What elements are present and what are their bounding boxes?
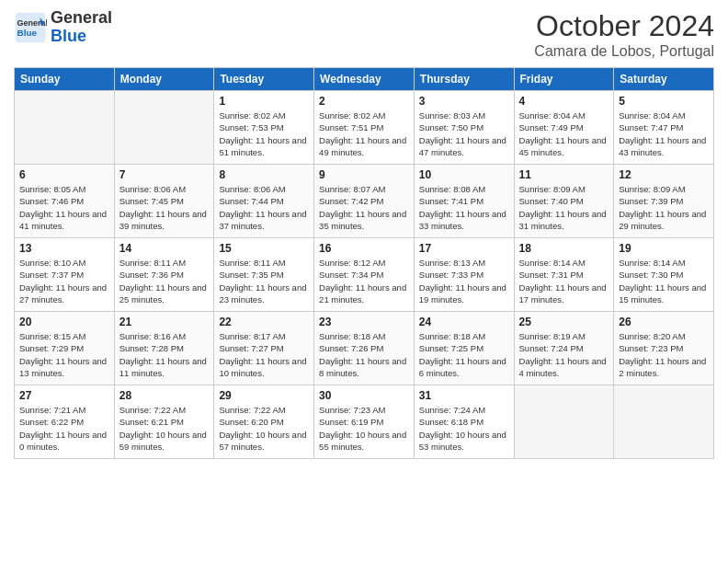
calendar-cell: [114, 91, 214, 165]
month-title: October 2024: [534, 9, 714, 43]
day-info: Sunrise: 7:21 AMSunset: 6:22 PMDaylight:…: [19, 404, 109, 453]
calendar-cell: 14Sunrise: 8:11 AMSunset: 7:36 PMDayligh…: [114, 238, 214, 312]
day-info: Sunrise: 8:02 AMSunset: 7:51 PMDaylight:…: [319, 109, 409, 158]
calendar-cell: 4Sunrise: 8:04 AMSunset: 7:49 PMDaylight…: [514, 91, 614, 165]
calendar-cell: 23Sunrise: 8:18 AMSunset: 7:26 PMDayligh…: [314, 312, 415, 385]
day-number: 8: [219, 168, 309, 181]
calendar-cell: 1Sunrise: 8:02 AMSunset: 7:53 PMDaylight…: [214, 91, 314, 165]
day-info: Sunrise: 8:17 AMSunset: 7:27 PMDaylight:…: [219, 330, 309, 379]
day-number: 30: [319, 389, 409, 402]
day-number: 17: [419, 242, 509, 255]
day-number: 12: [619, 168, 709, 181]
day-number: 21: [119, 316, 210, 328]
day-number: 7: [119, 168, 210, 181]
day-info: Sunrise: 7:24 AMSunset: 6:18 PMDaylight:…: [419, 404, 509, 453]
day-info: Sunrise: 8:18 AMSunset: 7:26 PMDaylight:…: [319, 330, 409, 379]
calendar-cell: 22Sunrise: 8:17 AMSunset: 7:27 PMDayligh…: [214, 312, 314, 385]
calendar-cell: 10Sunrise: 8:08 AMSunset: 7:41 PMDayligh…: [414, 165, 514, 238]
weekday-monday: Monday: [114, 68, 214, 91]
calendar-cell: 25Sunrise: 8:19 AMSunset: 7:24 PMDayligh…: [514, 312, 614, 385]
day-info: Sunrise: 8:19 AMSunset: 7:24 PMDaylight:…: [519, 330, 609, 379]
day-number: 15: [219, 242, 309, 255]
day-number: 5: [619, 95, 709, 108]
day-number: 11: [519, 168, 609, 181]
logo-blue: Blue: [51, 27, 86, 45]
calendar-cell: 3Sunrise: 8:03 AMSunset: 7:50 PMDaylight…: [414, 91, 514, 165]
week-row-4: 20Sunrise: 8:15 AMSunset: 7:29 PMDayligh…: [15, 312, 714, 385]
calendar-table: SundayMondayTuesdayWednesdayThursdayFrid…: [14, 67, 714, 459]
weekday-friday: Friday: [514, 68, 614, 91]
calendar-cell: 30Sunrise: 7:23 AMSunset: 6:19 PMDayligh…: [314, 385, 415, 459]
day-number: 26: [619, 316, 709, 328]
calendar-cell: 9Sunrise: 8:07 AMSunset: 7:42 PMDaylight…: [314, 165, 415, 238]
day-number: 13: [19, 242, 109, 255]
calendar-cell: 29Sunrise: 7:22 AMSunset: 6:20 PMDayligh…: [214, 385, 314, 459]
calendar-cell: 16Sunrise: 8:12 AMSunset: 7:34 PMDayligh…: [314, 238, 415, 312]
calendar-cell: [514, 385, 614, 459]
day-info: Sunrise: 8:04 AMSunset: 7:49 PMDaylight:…: [519, 109, 609, 158]
day-info: Sunrise: 8:08 AMSunset: 7:41 PMDaylight:…: [419, 183, 509, 232]
day-info: Sunrise: 8:11 AMSunset: 7:36 PMDaylight:…: [119, 257, 210, 305]
day-number: 29: [219, 389, 309, 402]
header: General Blue General Blue October 2024 C…: [14, 9, 714, 60]
day-info: Sunrise: 8:12 AMSunset: 7:34 PMDaylight:…: [319, 257, 409, 305]
calendar-cell: 31Sunrise: 7:24 AMSunset: 6:18 PMDayligh…: [414, 385, 514, 459]
logo-icon: General Blue: [14, 11, 47, 44]
calendar-cell: 7Sunrise: 8:06 AMSunset: 7:45 PMDaylight…: [114, 165, 214, 238]
weekday-thursday: Thursday: [414, 68, 514, 91]
location-subtitle: Camara de Lobos, Portugal: [534, 43, 714, 60]
calendar-cell: 5Sunrise: 8:04 AMSunset: 7:47 PMDaylight…: [614, 91, 714, 165]
day-info: Sunrise: 8:09 AMSunset: 7:40 PMDaylight:…: [519, 183, 609, 232]
weekday-tuesday: Tuesday: [214, 68, 314, 91]
calendar-cell: 19Sunrise: 8:14 AMSunset: 7:30 PMDayligh…: [614, 238, 714, 312]
calendar-cell: 13Sunrise: 8:10 AMSunset: 7:37 PMDayligh…: [15, 238, 115, 312]
day-number: 28: [119, 389, 210, 402]
weekday-sunday: Sunday: [15, 68, 115, 91]
day-number: 14: [119, 242, 210, 255]
day-info: Sunrise: 7:22 AMSunset: 6:21 PMDaylight:…: [119, 404, 210, 453]
calendar-cell: 8Sunrise: 8:06 AMSunset: 7:44 PMDaylight…: [214, 165, 314, 238]
day-number: 6: [19, 168, 109, 181]
day-number: 2: [319, 95, 409, 108]
day-number: 19: [619, 242, 709, 255]
day-number: 23: [319, 316, 409, 328]
day-number: 22: [219, 316, 309, 328]
day-info: Sunrise: 8:06 AMSunset: 7:45 PMDaylight:…: [119, 183, 210, 232]
calendar-cell: 27Sunrise: 7:21 AMSunset: 6:22 PMDayligh…: [15, 385, 115, 459]
title-block: October 2024 Camara de Lobos, Portugal: [534, 9, 714, 60]
day-info: Sunrise: 8:18 AMSunset: 7:25 PMDaylight:…: [419, 330, 509, 379]
calendar-container: General Blue General Blue October 2024 C…: [0, 0, 728, 468]
day-info: Sunrise: 7:22 AMSunset: 6:20 PMDaylight:…: [219, 404, 309, 453]
day-number: 31: [419, 389, 509, 402]
day-info: Sunrise: 8:13 AMSunset: 7:33 PMDaylight:…: [419, 257, 509, 305]
day-info: Sunrise: 8:03 AMSunset: 7:50 PMDaylight:…: [419, 109, 509, 158]
day-number: 16: [319, 242, 409, 255]
day-info: Sunrise: 8:07 AMSunset: 7:42 PMDaylight:…: [319, 183, 409, 232]
calendar-cell: 11Sunrise: 8:09 AMSunset: 7:40 PMDayligh…: [514, 165, 614, 238]
calendar-cell: [614, 385, 714, 459]
weekday-saturday: Saturday: [614, 68, 714, 91]
svg-text:Blue: Blue: [17, 28, 38, 38]
calendar-cell: 24Sunrise: 8:18 AMSunset: 7:25 PMDayligh…: [414, 312, 514, 385]
day-number: 27: [19, 389, 109, 402]
week-row-3: 13Sunrise: 8:10 AMSunset: 7:37 PMDayligh…: [15, 238, 714, 312]
logo-general: General: [51, 8, 112, 27]
day-number: 4: [519, 95, 609, 108]
calendar-cell: 15Sunrise: 8:11 AMSunset: 7:35 PMDayligh…: [214, 238, 314, 312]
day-info: Sunrise: 8:04 AMSunset: 7:47 PMDaylight:…: [619, 109, 709, 158]
calendar-cell: 18Sunrise: 8:14 AMSunset: 7:31 PMDayligh…: [514, 238, 614, 312]
day-info: Sunrise: 8:09 AMSunset: 7:39 PMDaylight:…: [619, 183, 709, 232]
calendar-cell: 6Sunrise: 8:05 AMSunset: 7:46 PMDaylight…: [15, 165, 115, 238]
day-info: Sunrise: 8:16 AMSunset: 7:28 PMDaylight:…: [119, 330, 210, 379]
day-number: 25: [519, 316, 609, 328]
day-info: Sunrise: 8:06 AMSunset: 7:44 PMDaylight:…: [219, 183, 309, 232]
day-info: Sunrise: 8:10 AMSunset: 7:37 PMDaylight:…: [19, 257, 109, 305]
day-info: Sunrise: 8:14 AMSunset: 7:30 PMDaylight:…: [619, 257, 709, 305]
week-row-1: 1Sunrise: 8:02 AMSunset: 7:53 PMDaylight…: [15, 91, 714, 165]
calendar-cell: 28Sunrise: 7:22 AMSunset: 6:21 PMDayligh…: [114, 385, 214, 459]
weekday-wednesday: Wednesday: [314, 68, 415, 91]
day-number: 24: [419, 316, 509, 328]
day-info: Sunrise: 8:14 AMSunset: 7:31 PMDaylight:…: [519, 257, 609, 305]
day-info: Sunrise: 8:20 AMSunset: 7:23 PMDaylight:…: [619, 330, 709, 379]
logo-text: General Blue: [51, 9, 112, 46]
